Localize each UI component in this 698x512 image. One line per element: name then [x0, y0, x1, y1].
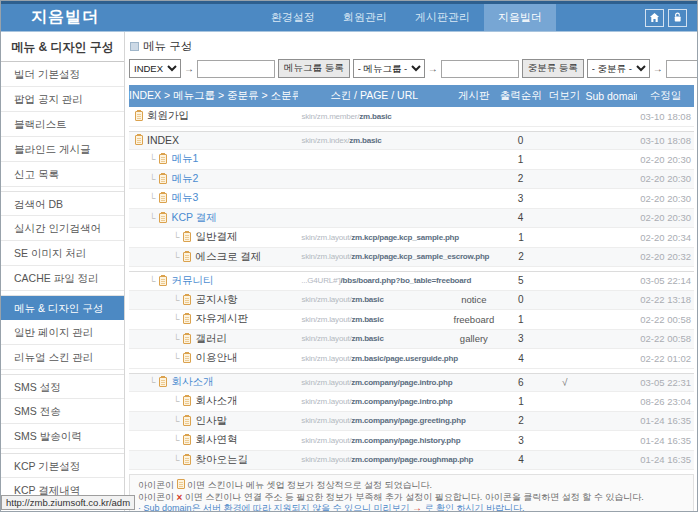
menu-tree-cell: └인사말 — [129, 414, 298, 428]
menu-label[interactable]: 메뉴2 — [171, 172, 198, 186]
table-row: └회사소개skin/zm.layout/zm.company/page.intr… — [129, 392, 694, 412]
sidebar-item[interactable]: 검색어 DB — [1, 191, 124, 216]
menu-label[interactable]: 커뮤니티 — [171, 274, 213, 288]
menu-status-doc-icon[interactable] — [183, 416, 191, 426]
display-order-cell: 1 — [498, 396, 544, 407]
menu-status-doc-icon[interactable] — [159, 213, 167, 223]
menu-status-doc-icon[interactable] — [183, 334, 191, 344]
modified-date-cell: 03-10 18:08 — [637, 111, 694, 122]
sidebar-item[interactable]: 팝업 공지 관리 — [1, 87, 124, 112]
menu-label: 자유게시판 — [195, 312, 248, 326]
nav-tab-환경설정[interactable]: 환경설정 — [257, 4, 329, 31]
sidebar-item[interactable]: 메뉴 & 디자인 구성 — [1, 295, 124, 320]
skin-path-cell: skin/zm.layout/zm.basic — [299, 315, 450, 324]
menu-label[interactable]: 메뉴1 — [171, 152, 198, 166]
nav-tab-게시판관리[interactable]: 게시판관리 — [401, 4, 484, 31]
help-note-line: 아이콘이 이면 스킨이나 메뉴 셋업 정보가 정상적으로 설정 되었습니다. — [138, 479, 685, 492]
sidebar-item[interactable]: 블랙리스트 — [1, 112, 124, 137]
nav-tab-회원관리[interactable]: 회원관리 — [329, 4, 401, 31]
display-order-cell: 2 — [498, 173, 544, 184]
sidebar-item[interactable]: SE 이미지 처리 — [1, 241, 124, 266]
menu-status-doc-icon[interactable] — [135, 111, 143, 121]
category-select-0[interactable]: INDEX — [129, 59, 181, 78]
sidebar-item[interactable]: 실시간 인기검색어 — [1, 216, 124, 241]
menu-status-doc-icon[interactable] — [135, 135, 143, 145]
home-icon[interactable] — [645, 9, 664, 27]
sidebar-item[interactable]: 일반 페이지 관리 — [1, 320, 124, 345]
modified-date-cell: 01-24 16:35 — [637, 454, 694, 465]
modified-date-cell: 02-20 20:32 — [637, 251, 694, 262]
menu-label[interactable]: 회사소개 — [171, 375, 213, 389]
arrow-separator: → — [653, 63, 663, 74]
skin-path-cell: skin/zm.index/zm.basic — [298, 136, 449, 145]
skin-path-cell: skin/zm.layout/zm.basic — [299, 334, 450, 343]
sidebar-item[interactable]: CACHE 파일 정리 — [1, 266, 124, 291]
display-order-cell: 4 — [498, 454, 544, 465]
menu-status-doc-icon[interactable] — [183, 314, 191, 324]
help-notes-box: 아이콘이 이면 스킨이나 메뉴 셋업 정보가 정상적으로 설정 되었습니다.아이… — [129, 474, 694, 512]
menu-status-doc-icon[interactable] — [159, 154, 167, 164]
sidebar-item[interactable]: 리뉴얼 스킨 관리 — [1, 345, 124, 370]
menu-label[interactable]: 메뉴3 — [171, 191, 198, 205]
menu-status-doc-icon[interactable] — [183, 252, 191, 262]
browser-status-url: http://zmb.ziumsoft.co.kr/adm — [1, 495, 135, 510]
menu-status-doc-icon[interactable] — [183, 295, 191, 305]
new-menu-name-input-0[interactable] — [197, 60, 275, 78]
modified-date-cell: 03-05 22:14 — [637, 275, 694, 286]
skin-path-cell: ...G4URL#']/bbs/board.php?bo_table=freeb… — [298, 276, 450, 285]
menu-tree-cell: └메뉴1 — [129, 152, 298, 166]
category-select-2[interactable]: - 중분류 - — [587, 59, 650, 78]
register-button-0[interactable]: 메뉴그룹 등록 — [278, 59, 350, 78]
category-select-1[interactable]: - 메뉴그룹 - — [353, 59, 425, 78]
menu-status-doc-icon[interactable] — [183, 455, 191, 465]
modified-date-cell: 02-20 20:30 — [637, 154, 694, 165]
tree-branch-glyph: └ — [149, 154, 155, 164]
menu-status-doc-icon[interactable] — [183, 435, 191, 445]
modified-date-cell: 02-20 20:30 — [637, 173, 694, 184]
sidebar-item[interactable]: 빌더 기본설정 — [1, 62, 124, 87]
table-row: └일반결제skin/zm.layout/zm.kcp/page.kcp_samp… — [129, 228, 694, 248]
menu-status-doc-icon[interactable] — [159, 276, 167, 286]
help-note-line: 아이콘이 × 이면 스킨이나 연결 주소 등 필요한 정보가 부족해 추가 설정… — [138, 492, 685, 504]
nav-tab-지음빌더[interactable]: 지음빌더 — [484, 4, 556, 31]
sidebar-menu: 빌더 기본설정팝업 공지 관리블랙리스트블라인드 게시글신고 목록검색어 DB실… — [1, 62, 124, 512]
menu-status-doc-icon[interactable] — [183, 353, 191, 363]
column-header: Sub domain — [585, 90, 637, 102]
sidebar-item[interactable]: 신고 목록 — [1, 162, 124, 187]
modified-date-cell: 01-24 16:35 — [637, 435, 694, 446]
sidebar-item[interactable]: KCP 기본설정 — [1, 453, 124, 478]
sidebar-title: 메뉴 & 디자인 구성 — [1, 32, 124, 62]
new-menu-name-input-2[interactable] — [666, 60, 698, 78]
column-header: 스킨 / PAGE / URL — [298, 89, 449, 103]
display-order-cell: 4 — [498, 212, 544, 223]
new-menu-name-input-1[interactable] — [441, 60, 519, 78]
menu-status-doc-icon[interactable] — [159, 174, 167, 184]
sidebar-item[interactable]: 블라인드 게시글 — [1, 137, 124, 162]
table-row: └회사소개skin/zm.layout/zm.company/page.intr… — [129, 373, 694, 393]
sidebar-item[interactable]: SMS 발송이력 — [1, 424, 124, 449]
menu-status-doc-icon[interactable] — [159, 193, 167, 203]
table-row: └갤러리skin/zm.layout/zm.basicgallery302-22… — [129, 330, 694, 350]
unlock-icon[interactable] — [668, 9, 687, 27]
skin-path-cell: skin/zm.layout/zm.company/page.intro.php — [298, 397, 450, 406]
table-row: └메뉴1102-20 20:30 — [129, 150, 694, 170]
modified-date-cell: 02-22 13:18 — [637, 294, 694, 305]
menu-label[interactable]: KCP 결제 — [171, 211, 216, 225]
menu-status-doc-icon[interactable] — [183, 396, 191, 406]
menu-tree-cell: └회사연혁 — [129, 433, 298, 447]
display-order-cell: 2 — [498, 415, 544, 426]
menu-status-doc-icon[interactable] — [183, 232, 191, 242]
app-logo[interactable]: 지음빌더 — [1, 4, 129, 31]
menu-status-doc-icon[interactable] — [159, 377, 167, 387]
help-note-line: · Sub domain은 서버 환경에 따라 지원되지 않을 수 있으니 미리… — [138, 503, 685, 512]
sidebar-item[interactable]: SMS 설정 — [1, 374, 124, 399]
menu-tree-cell: └이용안내 — [129, 351, 298, 365]
menu-label: 회원가입 — [147, 109, 189, 123]
register-button-1[interactable]: 중분류 등록 — [522, 59, 584, 78]
modified-date-cell: 02-22 01:02 — [637, 353, 694, 364]
tree-branch-glyph: └ — [149, 174, 155, 184]
menu-label: 에스크로 결제 — [195, 250, 261, 264]
sidebar-item[interactable]: SMS 전송 — [1, 399, 124, 424]
tree-branch-glyph: └ — [173, 353, 179, 363]
display-order-cell: 3 — [498, 333, 544, 344]
